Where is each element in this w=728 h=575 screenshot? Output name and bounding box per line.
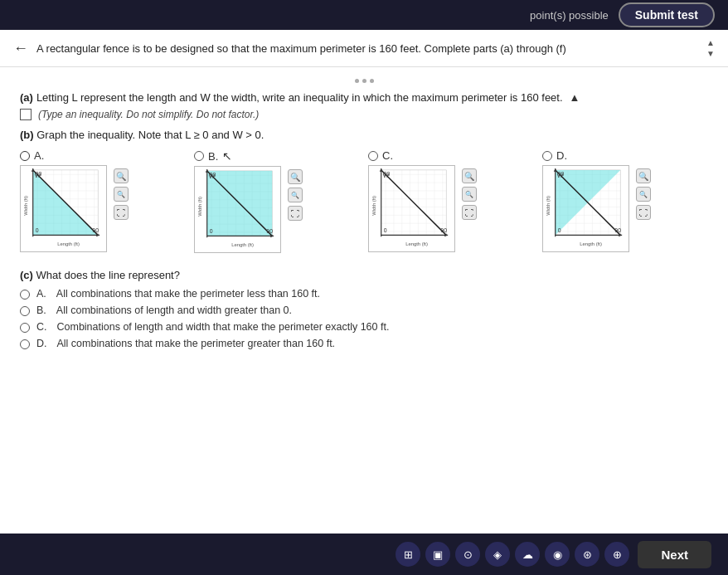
taskbar-icon-3[interactable]: ⊙ (455, 542, 480, 567)
part-c-radio-b[interactable] (20, 306, 30, 316)
part-c-option-a-label: A. (36, 288, 46, 300)
graph-radio-b[interactable] (194, 151, 204, 161)
graphs-row: A. (20, 149, 708, 257)
svg-text:Length (ft): Length (ft) (57, 241, 80, 246)
graph-b-container: W 0 90 90 Length (ft) Width (ft) 🔍 🔍 ⛶ (194, 166, 360, 257)
part-c-option-d-text: All combinations that make the perimeter… (57, 338, 336, 349)
submit-button[interactable]: Submit test (619, 2, 715, 27)
taskbar-icon-2[interactable]: ▣ (425, 542, 450, 567)
graph-a-container: W 0 90 90 Length (ft) Width (ft) 🔍 🔍 ⛶ (20, 165, 186, 256)
svg-text:Width (ft): Width (ft) (546, 196, 551, 216)
part-c-option-d-label: D. (36, 338, 47, 349)
part-c-option-b[interactable]: B. All combinations of length and width … (20, 305, 708, 316)
part-c-option-a[interactable]: A. All combinations that make the perime… (20, 288, 708, 300)
graph-option-b: B. ↖ (194, 149, 360, 257)
part-a-id: (a) (20, 91, 33, 104)
back-arrow-icon[interactable]: ← (13, 40, 28, 57)
graph-b-icons: 🔍 🔍 ⛶ (288, 169, 303, 221)
graph-a-icons: 🔍 🔍 ⛶ (114, 168, 129, 220)
expand-icon-a[interactable]: ⛶ (114, 205, 129, 220)
graph-b-svg: W 0 90 90 Length (ft) Width (ft) (194, 166, 281, 253)
graph-radio-d[interactable] (542, 151, 552, 161)
part-c-option-c[interactable]: C. Combinations of length and width that… (20, 321, 708, 333)
part-c-id: (c) (20, 269, 33, 281)
part-b-description: Graph the inequality. Note that L ≥ 0 an… (36, 129, 264, 141)
expand-icon-c[interactable]: ⛶ (462, 205, 477, 220)
graph-option-b-label[interactable]: B. ↖ (194, 149, 232, 163)
zoom-in-icon-c[interactable]: 🔍 (462, 168, 477, 183)
taskbar-icons: ⊞ ▣ ⊙ ◈ ☁ ◉ ⊛ ⊕ (396, 542, 629, 567)
graph-a-svg-wrap: W 0 90 90 Length (ft) Width (ft) (20, 165, 111, 256)
part-a-hint: (Type an inequality. Do not simplify. Do… (38, 109, 259, 120)
svg-text:90: 90 (92, 227, 99, 233)
graph-c-container: W 0 90 90 Length (ft) Width (ft) 🔍 🔍 ⛶ (368, 165, 534, 256)
taskbar-icon-4[interactable]: ◈ (485, 542, 510, 567)
nav-up-icon[interactable]: ▲ (706, 38, 715, 47)
graph-d-svg: W 0 90 90 Length (ft) Width (ft) (542, 165, 629, 252)
expand-icon-d[interactable]: ⛶ (636, 205, 651, 220)
part-c-option-c-text: Combinations of length and width that ma… (57, 321, 390, 333)
svg-text:Length (ft): Length (ft) (231, 242, 254, 247)
main-content: ← A rectangular fence is to be designed … (0, 30, 728, 534)
top-bar: point(s) possible Submit test (0, 0, 728, 30)
graph-option-d: D. (542, 149, 708, 256)
graph-radio-a[interactable] (20, 151, 30, 161)
bottom-taskbar: ⊞ ▣ ⊙ ◈ ☁ ◉ ⊛ ⊕ Next (0, 534, 728, 575)
part-c-radio-c[interactable] (20, 323, 30, 333)
graph-option-c: C. (368, 149, 534, 256)
svg-text:Length (ft): Length (ft) (405, 241, 428, 246)
svg-text:90: 90 (266, 228, 273, 234)
inequality-input-checkbox[interactable] (20, 109, 32, 120)
svg-text:0: 0 (36, 227, 39, 233)
graph-d-icons: 🔍 🔍 ⛶ (636, 168, 651, 220)
part-a-input-row: (Type an inequality. Do not simplify. Do… (20, 109, 708, 120)
taskbar-icon-5[interactable]: ☁ (515, 542, 540, 567)
taskbar-icon-1[interactable]: ⊞ (396, 542, 420, 567)
expand-dots (20, 79, 708, 83)
svg-text:Width (ft): Width (ft) (197, 197, 202, 217)
next-button[interactable]: Next (638, 541, 711, 568)
part-a-triangle[interactable]: ▲ (570, 91, 580, 104)
graph-label-c: C. (382, 149, 393, 162)
svg-text:90: 90 (384, 171, 391, 177)
graph-c-icons: 🔍 🔍 ⛶ (462, 168, 477, 220)
graph-option-c-label[interactable]: C. (368, 149, 393, 162)
zoom-in-icon-d[interactable]: 🔍 (636, 168, 651, 183)
svg-text:90: 90 (36, 171, 42, 177)
expand-icon-b[interactable]: ⛶ (288, 206, 303, 221)
svg-text:0: 0 (558, 227, 561, 233)
part-a-label: (a) Letting L represent the length and W… (20, 91, 708, 104)
part-c-label: (c) What does the line represent? (20, 269, 708, 281)
taskbar-icon-6[interactable]: ◉ (545, 542, 570, 567)
graph-b-svg-wrap: W 0 90 90 Length (ft) Width (ft) (194, 166, 285, 257)
graph-radio-c[interactable] (368, 151, 378, 161)
svg-text:Length (ft): Length (ft) (580, 241, 602, 246)
nav-arrows: ▲ ▼ (706, 38, 715, 58)
part-c-option-d[interactable]: D. All combinations that make the perime… (20, 338, 708, 349)
part-c-description: What does the line represent? (36, 269, 180, 281)
svg-text:0: 0 (384, 227, 387, 233)
part-c-option-b-label: B. (36, 305, 46, 316)
graph-option-d-label[interactable]: D. (542, 149, 567, 162)
graph-option-a-label[interactable]: A. (20, 149, 44, 162)
nav-down-icon[interactable]: ▼ (706, 49, 715, 58)
svg-text:90: 90 (558, 171, 565, 177)
part-c-radio-d[interactable] (20, 339, 30, 349)
svg-text:Width (ft): Width (ft) (23, 196, 28, 216)
zoom-in-icon-a[interactable]: 🔍 (114, 168, 129, 183)
zoom-in-icon-b[interactable]: 🔍 (288, 169, 303, 184)
zoom-out-icon-d[interactable]: 🔍 (636, 187, 651, 202)
cursor-icon-b: ↖ (222, 149, 232, 163)
part-b-id: (b) (20, 129, 34, 141)
part-c-radio-a[interactable] (20, 290, 30, 300)
taskbar-icon-7[interactable]: ⊛ (575, 542, 599, 567)
content-area: (a) Letting L represent the length and W… (0, 67, 728, 366)
taskbar-icon-8[interactable]: ⊕ (604, 542, 629, 567)
zoom-out-icon-c[interactable]: 🔍 (462, 187, 477, 202)
graph-label-a: A. (34, 149, 44, 162)
zoom-out-icon-a[interactable]: 🔍 (114, 187, 129, 202)
graph-c-svg-wrap: W 0 90 90 Length (ft) Width (ft) (368, 165, 459, 256)
graph-a-svg: W 0 90 90 Length (ft) Width (ft) (20, 165, 107, 252)
zoom-out-icon-b[interactable]: 🔍 (288, 188, 303, 202)
part-c-option-a-text: All combinations that make the perimeter… (56, 288, 320, 300)
